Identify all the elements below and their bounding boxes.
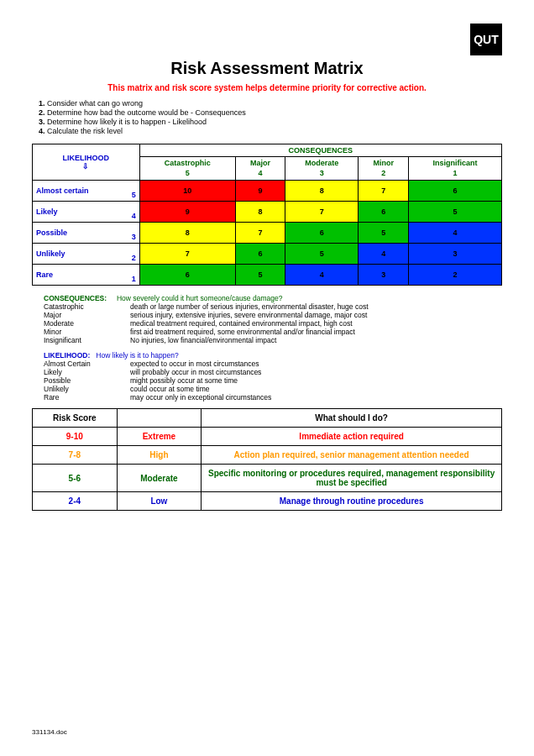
likelihood-definitions: LIKELIHOOD: How likely is it to happen? … [44, 351, 502, 402]
actions-score: 2-4 [33, 492, 118, 511]
matrix-col-header: Moderate3 [285, 157, 359, 181]
steps-list: Consider what can go wrong Determine how… [32, 99, 502, 135]
def-term: Major [44, 311, 130, 319]
likelihood-header: LIKELIHOOD⇩ [33, 144, 140, 181]
def-desc: No injuries, low financial/environmental… [130, 336, 375, 344]
step-item: Determine how bad the outcome would be -… [47, 108, 502, 117]
def-term: Possible [44, 376, 130, 385]
matrix-cell: 3 [359, 265, 409, 286]
def-desc: could occur at some time [130, 385, 278, 393]
step-item: Determine how likely it is to happen - L… [47, 118, 502, 126]
actions-table: Risk Score What should I do? 9-10Extreme… [32, 408, 502, 511]
def-desc: first aid treatment required, some envir… [130, 328, 375, 336]
matrix-row-header: Almost certain5 [33, 181, 140, 202]
actions-header-action: What should I do? [202, 409, 502, 428]
def-desc: may occur only in exceptional circumstan… [130, 393, 278, 402]
matrix-cell: 7 [285, 202, 359, 223]
step-item: Calculate the risk level [47, 127, 502, 135]
step-item: Consider what can go wrong [47, 99, 502, 108]
matrix-cell: 4 [409, 223, 502, 244]
qut-logo: QUT [470, 24, 502, 55]
actions-header-score: Risk Score [33, 409, 118, 428]
actions-action: Manage through routine procedures [202, 492, 502, 511]
matrix-cell: 7 [359, 181, 409, 202]
actions-score: 7-8 [33, 446, 118, 465]
matrix-cell: 6 [409, 181, 502, 202]
conseq-def-question: How severely could it hurt someone/cause… [117, 294, 283, 302]
matrix-cell: 5 [409, 202, 502, 223]
actions-level: Moderate [117, 465, 202, 492]
matrix-cell: 10 [139, 181, 235, 202]
matrix-cell: 2 [409, 265, 502, 286]
matrix-cell: 4 [285, 265, 359, 286]
matrix-cell: 4 [359, 244, 409, 265]
page-title: Risk Assessment Matrix [32, 59, 502, 78]
actions-level: Extreme [117, 428, 202, 446]
matrix-cell: 7 [139, 244, 235, 265]
matrix-cell: 6 [139, 265, 235, 286]
def-term: Likely [44, 368, 130, 376]
matrix-col-header: Catastrophic5 [139, 157, 235, 181]
def-term: Catastrophic [44, 302, 130, 311]
matrix-row-header: Possible3 [33, 223, 140, 244]
matrix-cell: 7 [235, 223, 285, 244]
def-term: Moderate [44, 319, 130, 328]
actions-score: 9-10 [33, 428, 118, 446]
matrix-cell: 5 [359, 223, 409, 244]
likelihood-def-question: How likely is it to happen? [96, 351, 178, 360]
footer-filename: 331134.doc [32, 728, 67, 736]
matrix-cell: 6 [285, 223, 359, 244]
matrix-col-header: Major4 [235, 157, 285, 181]
consequences-header: CONSEQUENCES [139, 144, 501, 157]
matrix-cell: 9 [139, 202, 235, 223]
def-desc: might possibly occur at some time [130, 376, 278, 385]
likelihood-def-title: LIKELIHOOD: [44, 351, 90, 360]
matrix-row-header: Likely4 [33, 202, 140, 223]
def-desc: serious injury, extensive injuries, seve… [130, 311, 375, 319]
def-desc: will probably occur in most circumstance… [130, 368, 278, 376]
matrix-row-header: Rare1 [33, 265, 140, 286]
actions-action: Immediate action required [202, 428, 502, 446]
actions-score: 5-6 [33, 465, 118, 492]
def-term: Minor [44, 328, 130, 336]
actions-level: Low [117, 492, 202, 511]
actions-action: Action plan required, senior management … [202, 446, 502, 465]
matrix-col-header: Insignificant1 [409, 157, 502, 181]
matrix-row-header: Unlikely2 [33, 244, 140, 265]
matrix-cell: 6 [235, 244, 285, 265]
matrix-cell: 8 [285, 181, 359, 202]
actions-action: Specific monitoring or procedures requir… [202, 465, 502, 492]
def-term: Rare [44, 393, 130, 402]
consequences-definitions: CONSEQUENCES: How severely could it hurt… [44, 294, 502, 344]
matrix-cell: 5 [235, 265, 285, 286]
matrix-cell: 8 [139, 223, 235, 244]
risk-matrix-table: LIKELIHOOD⇩ CONSEQUENCES Catastrophic5Ma… [32, 144, 502, 286]
logo-text: QUT [474, 33, 499, 46]
conseq-def-title: CONSEQUENCES: [44, 294, 107, 302]
matrix-cell: 8 [235, 202, 285, 223]
def-term: Unlikely [44, 385, 130, 393]
matrix-cell: 9 [235, 181, 285, 202]
def-term: Almost Certain [44, 360, 130, 368]
def-desc: expected to occur in most circumstances [130, 360, 278, 368]
matrix-cell: 5 [285, 244, 359, 265]
def-desc: death or large number of serious injurie… [130, 302, 375, 311]
def-term: Insignificant [44, 336, 130, 344]
matrix-col-header: Minor2 [359, 157, 409, 181]
subtitle: This matrix and risk score system helps … [32, 83, 502, 92]
matrix-cell: 3 [409, 244, 502, 265]
matrix-cell: 6 [359, 202, 409, 223]
def-desc: medical treatment required, contained en… [130, 319, 375, 328]
actions-level: High [117, 446, 202, 465]
